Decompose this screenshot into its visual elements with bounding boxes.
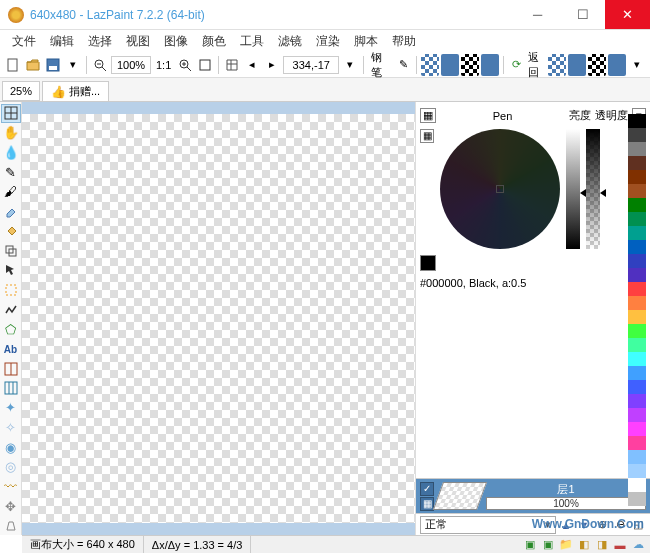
hand-icon[interactable]: ✋ [1, 124, 21, 143]
nav-left-icon[interactable]: ◂ [243, 54, 261, 76]
palette-swatch[interactable] [628, 198, 646, 212]
light-icon[interactable]: ◉ [1, 438, 21, 457]
layer-opacity[interactable]: 100% [486, 497, 646, 510]
checker3-icon[interactable] [548, 54, 566, 76]
canvas-area[interactable] [22, 102, 415, 535]
undo-label[interactable]: 返回 [528, 50, 546, 80]
polyline-icon[interactable] [1, 300, 21, 319]
arrow-icon[interactable] [1, 261, 21, 280]
layer-row[interactable]: ✓ ▦ 层1 100% [416, 479, 650, 513]
menu-edit[interactable]: 编辑 [44, 31, 80, 52]
color-picker-icon[interactable]: 💧 [1, 143, 21, 162]
palette-swatch[interactable] [628, 492, 646, 506]
checker1-icon[interactable] [421, 54, 439, 76]
flood-fill-icon[interactable] [1, 222, 21, 241]
menu-select[interactable]: 选择 [82, 31, 118, 52]
palette-swatch[interactable] [628, 296, 646, 310]
refresh-icon[interactable]: ⟳ [508, 54, 526, 76]
palette-swatch[interactable] [628, 352, 646, 366]
layer-visible-icon[interactable]: ✓ [420, 482, 434, 496]
pen-icon[interactable]: ✎ [1, 163, 21, 182]
palette-swatch[interactable] [628, 156, 646, 170]
palette-swatch[interactable] [628, 226, 646, 240]
palette-swatch[interactable] [628, 254, 646, 268]
layer-thumbnail[interactable] [433, 482, 487, 510]
palette-swatch[interactable] [628, 324, 646, 338]
palette-swatch[interactable] [628, 240, 646, 254]
grid2-icon[interactable] [1, 379, 21, 398]
menu-image[interactable]: 图像 [158, 31, 194, 52]
menu-tools[interactable]: 工具 [234, 31, 270, 52]
shape-icon[interactable]: ⬠ [1, 320, 21, 339]
palette-swatch[interactable] [628, 394, 646, 408]
status-folder-icon[interactable]: 📁 [558, 537, 574, 553]
swatch1-icon[interactable] [441, 54, 459, 76]
status-icon-5[interactable]: ▬ [612, 537, 628, 553]
grid-icon[interactable] [1, 104, 21, 123]
palette-swatch[interactable] [628, 128, 646, 142]
nav-right-icon[interactable]: ▸ [263, 54, 281, 76]
color-sub-icon[interactable]: ▦ [420, 129, 434, 143]
palette-swatch[interactable] [628, 366, 646, 380]
close-button[interactable]: ✕ [605, 0, 650, 29]
lightness-slider[interactable] [566, 129, 580, 249]
color-wheel[interactable] [440, 129, 560, 249]
palette-swatch[interactable] [628, 450, 646, 464]
palette-swatch[interactable] [628, 478, 646, 492]
align-icon[interactable] [1, 359, 21, 378]
zoom-out-icon[interactable] [91, 54, 109, 76]
palette-swatch[interactable] [628, 268, 646, 282]
sparkle-icon[interactable]: ✦ [1, 399, 21, 418]
opacity-slider[interactable] [586, 129, 600, 249]
zoom-fit-icon[interactable] [196, 54, 214, 76]
color-tab-icon[interactable]: ▦ [420, 108, 436, 123]
checker4-icon[interactable] [588, 54, 606, 76]
palette-swatch[interactable] [628, 170, 646, 184]
palette-swatch[interactable] [628, 282, 646, 296]
swatch4-icon[interactable] [608, 54, 626, 76]
status-icon-4[interactable]: ◨ [594, 537, 610, 553]
coords-dropdown-icon[interactable]: ▾ [341, 54, 359, 76]
rect-select-icon[interactable] [1, 281, 21, 300]
brush-icon[interactable]: 🖌 [1, 183, 21, 202]
perspective-icon[interactable] [1, 516, 21, 535]
palette-swatch[interactable] [628, 436, 646, 450]
palette-swatch[interactable] [628, 422, 646, 436]
deform-icon[interactable]: 〰 [1, 477, 21, 496]
palette-swatch[interactable] [628, 408, 646, 422]
save-file-icon[interactable] [44, 54, 62, 76]
menu-view[interactable]: 视图 [120, 31, 156, 52]
open-file-icon[interactable] [24, 54, 42, 76]
dropdown-icon[interactable]: ▾ [64, 54, 82, 76]
menu-file[interactable]: 文件 [6, 31, 42, 52]
move-icon[interactable]: ✥ [1, 497, 21, 516]
menu-filter[interactable]: 滤镜 [272, 31, 308, 52]
palette-swatch[interactable] [628, 310, 646, 324]
menu-script[interactable]: 脚本 [348, 31, 384, 52]
minimize-button[interactable]: ─ [515, 0, 560, 29]
palette-swatch[interactable] [628, 212, 646, 226]
status-icon-1[interactable]: ▣ [522, 537, 538, 553]
swatch2-icon[interactable] [481, 54, 499, 76]
palette-swatch[interactable] [628, 142, 646, 156]
grid-toggle-icon[interactable] [223, 54, 241, 76]
zoom-input[interactable] [111, 56, 151, 74]
light2-icon[interactable]: ◎ [1, 458, 21, 477]
palette-swatch[interactable] [628, 464, 646, 478]
status-icon-2[interactable]: ▣ [540, 537, 556, 553]
donate-tab[interactable]: 👍 捐赠... [42, 81, 109, 101]
pen-shape-icon[interactable]: ✎ [394, 54, 412, 76]
palette-swatch[interactable] [628, 338, 646, 352]
sparkle2-icon[interactable]: ✧ [1, 418, 21, 437]
status-icon-3[interactable]: ◧ [576, 537, 592, 553]
new-file-icon[interactable] [4, 54, 22, 76]
maximize-button[interactable]: ☐ [560, 0, 605, 29]
text-icon[interactable]: Ab [1, 340, 21, 359]
clone-icon[interactable] [1, 242, 21, 261]
status-icon-6[interactable]: ☁ [630, 537, 646, 553]
palette-swatch[interactable] [628, 184, 646, 198]
checker2-icon[interactable] [461, 54, 479, 76]
canvas-checker[interactable] [22, 114, 415, 523]
menu-help[interactable]: 帮助 [386, 31, 422, 52]
current-color-swatch[interactable] [420, 255, 436, 271]
